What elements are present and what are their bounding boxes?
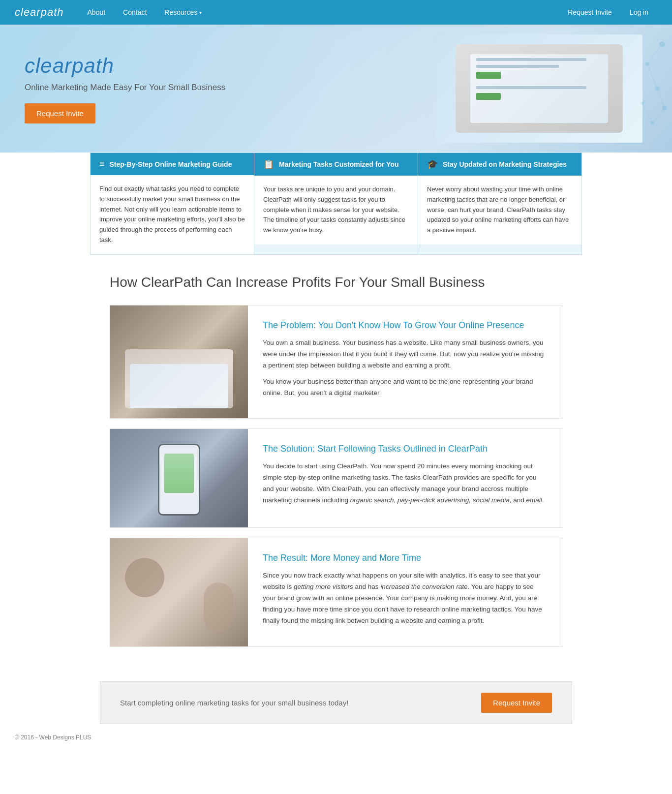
tasks-icon: 📋	[263, 159, 274, 170]
feature-header-guide: ≡ Step-By-Step Online Marketing Guide	[91, 153, 254, 175]
row-result: The Result: More Money and More Time Sin…	[110, 538, 562, 647]
row-solution-body: You decide to start using ClearPath. You…	[263, 461, 547, 506]
hero-logo: clearpath	[25, 54, 225, 78]
hero-network-decoration	[574, 25, 672, 153]
hero-subtitle: Online Marketing Made Easy For Your Smal…	[25, 83, 225, 92]
guide-icon: ≡	[99, 159, 105, 169]
svg-line-9	[642, 103, 652, 123]
feature-header-strategies: 🎓 Stay Updated on Marketing Strategies	[418, 153, 581, 176]
hero-logo-clear: clear	[25, 54, 72, 77]
nav-about[interactable]: About	[79, 0, 115, 25]
feature-card-guide: ≡ Step-By-Step Online Marketing Guide Fi…	[90, 153, 254, 255]
cta-text: Start completing online marketing tasks …	[120, 699, 348, 707]
hero-content: clearpath Online Marketing Made Easy For…	[0, 34, 250, 143]
feature-card-tasks: 📋 Marketing Tasks Customized for You You…	[254, 153, 418, 255]
nav-right: Request Invite Log in	[559, 0, 657, 25]
hero-section: clearpath Online Marketing Made Easy For…	[0, 25, 672, 153]
features-section: ≡ Step-By-Step Online Marketing Guide Fi…	[90, 153, 582, 255]
row-result-title: The Result: More Money and More Time	[263, 553, 547, 563]
nav-resources[interactable]: Resources ▾	[155, 0, 211, 25]
nav-contact[interactable]: Contact	[114, 0, 155, 25]
hero-logo-path: path	[72, 54, 114, 77]
resources-dropdown-icon: ▾	[199, 10, 202, 15]
screen-decoration-2	[476, 65, 559, 68]
cta-banner: Start completing online marketing tasks …	[100, 681, 572, 724]
row-problem-body: You own a small business. Your business …	[263, 337, 547, 399]
row-problem-text: The Problem: You Don't Know How To Grow …	[248, 305, 562, 419]
nav-request-invite[interactable]: Request Invite	[559, 0, 621, 25]
row-problem: The Problem: You Don't Know How To Grow …	[110, 305, 562, 419]
svg-line-10	[657, 89, 665, 108]
row-result-image	[110, 538, 248, 646]
row-problem-image	[110, 305, 248, 419]
feature-body-strategies: Never worry about wasting your time with…	[418, 176, 581, 244]
feature-body-guide: Find out exactly what tasks you need to …	[91, 175, 254, 254]
feature-body-tasks: Your tasks are unique to you and your do…	[254, 176, 418, 244]
footer-text: © 2016 - Web Designs PLUS	[15, 734, 91, 741]
hero-cta-button[interactable]: Request Invite	[25, 103, 95, 123]
row-solution-text: The Solution: Start Following Tasks Outl…	[248, 429, 562, 527]
feature-title-strategies: Stay Updated on Marketing Strategies	[443, 160, 567, 168]
section-title: How ClearPath Can Increase Profits For Y…	[110, 275, 562, 290]
screen-button-1	[476, 72, 501, 79]
svg-line-6	[647, 44, 662, 64]
nav-login[interactable]: Log in	[621, 0, 657, 25]
navbar: clearpath About Contact Resources ▾ Requ…	[0, 0, 672, 25]
screen-button-2	[476, 93, 501, 100]
row-solution-title: The Solution: Start Following Tasks Outl…	[263, 444, 547, 454]
screen-decoration-1	[476, 58, 586, 61]
row-solution-image	[110, 429, 248, 527]
row-solution: The Solution: Start Following Tasks Outl…	[110, 428, 562, 528]
svg-line-11	[652, 108, 665, 123]
footer: © 2016 - Web Designs PLUS	[0, 724, 672, 751]
logo-path: path	[41, 6, 64, 18]
row-result-text: The Result: More Money and More Time Sin…	[248, 538, 562, 646]
logo-clear: clear	[15, 6, 41, 18]
feature-title-guide: Step-By-Step Online Marketing Guide	[110, 160, 232, 168]
screen-decoration-3	[476, 86, 586, 89]
feature-title-tasks: Marketing Tasks Customized for You	[279, 160, 399, 168]
feature-card-strategies: 🎓 Stay Updated on Marketing Strategies N…	[418, 153, 582, 255]
nav-logo: clearpath	[15, 6, 64, 19]
main-content: How ClearPath Can Increase Profits For Y…	[100, 255, 572, 676]
row-result-body: Since you now track exactly what happens…	[263, 570, 547, 627]
strategies-icon: 🎓	[427, 159, 438, 170]
feature-header-tasks: 📋 Marketing Tasks Customized for You	[254, 153, 418, 176]
svg-line-7	[647, 64, 657, 89]
row-problem-title: The Problem: You Don't Know How To Grow …	[263, 320, 547, 331]
svg-line-8	[642, 89, 657, 103]
cta-request-invite-button[interactable]: Request Invite	[481, 693, 552, 713]
nav-links: About Contact Resources ▾	[79, 0, 559, 25]
